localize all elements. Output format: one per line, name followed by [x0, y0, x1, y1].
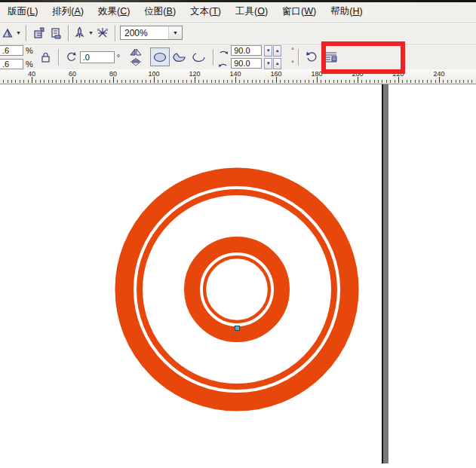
- ruler-label: 180: [311, 70, 322, 78]
- degree-label: °: [117, 53, 120, 62]
- rotation-icon-wrap: [63, 48, 80, 66]
- change-direction-button[interactable]: [303, 48, 320, 66]
- start-angle-field[interactable]: 90.0: [231, 45, 262, 56]
- application-launcher-button[interactable]: ▼: [73, 24, 94, 42]
- circle-ring-0[interactable]: [124, 177, 350, 402]
- ruler-tick: [422, 80, 423, 83]
- ruler-label: 220: [392, 70, 404, 78]
- ruler-tick: [435, 80, 436, 83]
- toolbar-separator: [26, 25, 27, 41]
- menu-item-window[interactable]: 窗口(W): [275, 2, 324, 21]
- ruler-tick: [439, 77, 440, 83]
- menu-item-layout[interactable]: 版面(L): [1, 2, 45, 21]
- mirror-vertical-button[interactable]: [127, 57, 144, 66]
- ruler-tick: [130, 80, 131, 83]
- ruler-tick: [150, 80, 151, 83]
- ruler-tick: [443, 80, 444, 83]
- lock-ratio-button[interactable]: [38, 48, 54, 66]
- import-button[interactable]: [31, 24, 48, 42]
- ruler-tick: [20, 80, 20, 83]
- menu-item-bitmaps[interactable]: 位图(B): [137, 2, 183, 21]
- menu-item-arrange[interactable]: 排列(A): [45, 2, 91, 21]
- ruler-tick: [158, 80, 158, 83]
- pie-mode-button[interactable]: [170, 47, 189, 66]
- ruler-tick: [300, 80, 301, 83]
- zoom-level-select[interactable]: 200% ▼: [120, 26, 183, 40]
- zoom-level-value: 200%: [124, 28, 148, 38]
- ruler-tick: [410, 80, 411, 83]
- chevron-down-icon: ▼: [15, 30, 22, 35]
- circle-ring-3[interactable]: [204, 257, 269, 322]
- scale-v-field[interactable]: .6: [0, 59, 23, 69]
- ruler-label: 200: [352, 70, 363, 78]
- ruler-tick: [48, 80, 49, 83]
- ruler-tick: [447, 80, 448, 83]
- ruler-tick: [296, 80, 297, 83]
- drawing-canvas[interactable]: [0, 84, 476, 468]
- ruler-tick: [288, 80, 289, 83]
- corel-online-button[interactable]: [94, 24, 111, 42]
- propbar-separator: [58, 49, 60, 66]
- spin-up-button[interactable]: ▲: [273, 58, 281, 69]
- ruler-tick: [459, 80, 460, 83]
- ruler-tick: [419, 80, 419, 83]
- ruler-tick: [341, 80, 342, 83]
- ruler-tick: [76, 80, 77, 83]
- ruler-tick: [252, 80, 253, 83]
- ruler-tick: [134, 80, 134, 83]
- toolbar-separator: [68, 25, 69, 41]
- property-bar: .6 % .6 % .0 °: [0, 43, 476, 70]
- ruler-tick: [398, 77, 399, 83]
- menu-item-help[interactable]: 帮助(H): [324, 2, 370, 21]
- rotation-angle-field[interactable]: .0: [80, 51, 115, 63]
- menu-item-effects[interactable]: 效果(C): [91, 2, 137, 21]
- spin-down-button[interactable]: ▼: [264, 58, 272, 69]
- ruler-tick: [223, 80, 224, 83]
- end-angle-field[interactable]: 90.0: [231, 58, 262, 69]
- ruler-tick: [431, 80, 431, 83]
- ellipse-node-handle[interactable]: [235, 326, 240, 331]
- ellipse-mode-button[interactable]: [150, 47, 170, 66]
- starburst-icon: [96, 26, 109, 40]
- export-icon: [49, 26, 63, 40]
- ruler-tick: [3, 80, 4, 83]
- chevron-down-icon[interactable]: ▼: [168, 26, 182, 39]
- ruler-tick: [198, 80, 199, 83]
- ruler-tick: [415, 80, 416, 83]
- circle-ring-1[interactable]: [140, 192, 334, 387]
- spin-up-button[interactable]: ▲: [273, 45, 281, 57]
- spin-down-button[interactable]: ▼: [264, 45, 272, 57]
- mirror-horizontal-button[interactable]: [127, 47, 144, 57]
- menu-bar: 版面(L)排列(A)效果(C)位图(B)文本(T)工具(O)窗口(W)帮助(H): [0, 2, 476, 21]
- ruler-tick: [11, 80, 12, 83]
- ruler-tick: [101, 80, 102, 83]
- horizontal-ruler[interactable]: 406080100120140160180200220240: [0, 69, 476, 84]
- chevron-down-icon: ▼: [88, 30, 94, 35]
- standard-toolbar: ▼ ▼: [0, 21, 476, 44]
- ruler-tick: [15, 80, 16, 83]
- ruler-tick: [89, 80, 90, 83]
- menu-item-tools[interactable]: 工具(O): [229, 2, 275, 21]
- export-button[interactable]: [48, 24, 64, 42]
- ruler-tick: [105, 80, 106, 83]
- ruler-tick: [166, 80, 167, 83]
- scale-h-field[interactable]: .6: [0, 45, 23, 56]
- ruler-tick: [35, 80, 36, 83]
- ruler-tick: [361, 80, 362, 83]
- ruler-tick: [195, 77, 195, 83]
- ruler-tick: [191, 80, 192, 83]
- arc-mode-button[interactable]: [189, 47, 209, 66]
- text-wrap-button[interactable]: [323, 48, 339, 66]
- ruler-tick: [183, 80, 183, 83]
- menu-item-text[interactable]: 文本(T): [183, 2, 229, 21]
- wrap-text-icon: [324, 50, 338, 63]
- ruler-tick: [44, 80, 45, 83]
- ruler-label: 120: [189, 70, 200, 78]
- shape-tool-button[interactable]: ▼: [2, 24, 22, 42]
- ruler-label: 160: [270, 70, 281, 78]
- ruler-tick: [329, 80, 330, 83]
- propbar-separator: [298, 49, 299, 66]
- ruler-tick: [293, 80, 293, 83]
- ruler-tick: [337, 80, 338, 83]
- ruler-tick: [345, 80, 346, 83]
